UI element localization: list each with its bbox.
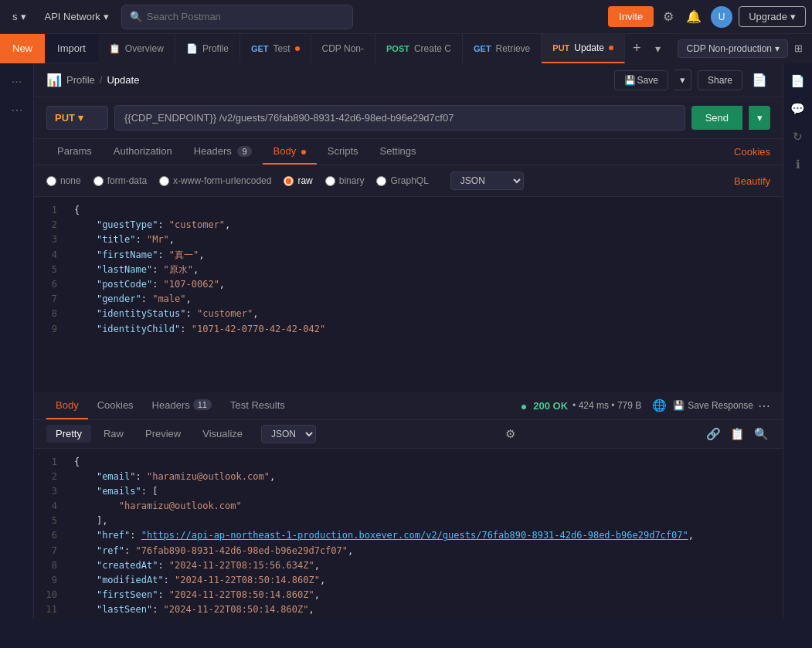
share-button[interactable]: Share — [698, 70, 742, 90]
left-sidebar: ··· ⋯ — [0, 63, 34, 619]
settings-button[interactable]: ⚙ — [660, 6, 677, 27]
tab-retrieve[interactable]: GET Retrieve — [463, 34, 542, 63]
response-format-select[interactable]: JSON Text — [261, 425, 316, 443]
option-urlencoded[interactable]: x-www-form-urlencoded — [159, 175, 271, 186]
save-icon: 💾 — [624, 75, 636, 86]
url-bar: PUT ▾ Send ▾ — [34, 97, 783, 139]
option-raw[interactable]: raw — [284, 175, 312, 186]
workspace-label: s — [12, 11, 18, 22]
tab-overview[interactable]: 📋 Overview — [98, 34, 175, 63]
tab-cdp-non[interactable]: CDP Non- — [311, 34, 375, 63]
code-line: "title": "Mr", — [65, 232, 783, 247]
res-tab-headers[interactable]: Headers 11 — [143, 392, 221, 420]
search-icon[interactable]: 🔍 — [753, 426, 770, 443]
right-icon-doc[interactable]: 📄 — [787, 70, 810, 93]
code-line: "postCode": "107-0062", — [65, 277, 783, 292]
tab-profile[interactable]: 📄 Profile — [175, 34, 240, 63]
tab-authorization[interactable]: Authorization — [103, 139, 183, 165]
tab-test[interactable]: GET Test — [240, 34, 311, 63]
notifications-button[interactable]: 🔔 — [683, 6, 705, 27]
tab-update[interactable]: PUT Update — [542, 34, 625, 63]
tab-body[interactable]: Body — [263, 139, 317, 165]
format-tab-visualize[interactable]: Visualize — [193, 425, 252, 443]
right-sidebar: 📄 💬 ↻ ℹ — [783, 63, 812, 619]
body-format-select[interactable]: JSON Text JavaScript HTML XML — [450, 171, 524, 190]
option-form-data[interactable]: form-data — [93, 175, 147, 186]
right-icon-info[interactable]: ℹ — [787, 153, 810, 176]
env-selector[interactable]: CDP Non-production ▾ — [678, 39, 788, 58]
sidebar-icon-dots: ··· — [5, 70, 29, 94]
tab-label: Update — [574, 42, 604, 53]
dot-sep2: • — [611, 400, 614, 411]
send-dropdown-button[interactable]: ▾ — [749, 106, 770, 130]
format-tab-preview[interactable]: Preview — [136, 425, 190, 443]
cookies-button[interactable]: Cookies — [734, 146, 770, 158]
more-tabs-button[interactable]: ▾ — [649, 42, 667, 55]
response-line-numbers: 12345 678910 1112131415 16171819 — [34, 449, 65, 619]
breadcrumb-separator: / — [100, 74, 103, 86]
option-graphql[interactable]: GraphQL — [376, 175, 428, 186]
add-tab-button[interactable]: + — [625, 40, 649, 56]
code-line: { — [65, 203, 783, 218]
method-selector[interactable]: PUT ▾ — [46, 106, 108, 130]
breadcrumb-icon: 📊 — [46, 73, 62, 87]
copy-icon[interactable]: 📋 — [729, 426, 746, 443]
res-tab-body[interactable]: Body — [46, 392, 88, 420]
tab-scripts[interactable]: Scripts — [317, 139, 369, 165]
status-dot — [522, 405, 526, 409]
workspace-section: s ▾ API Network ▾ — [6, 8, 115, 25]
format-right-icons: ⚙ — [504, 426, 517, 443]
network-icon[interactable]: 🌐 — [651, 397, 668, 414]
more-options-button[interactable]: 📄 — [749, 70, 770, 90]
right-icon-chat[interactable]: 💬 — [787, 97, 810, 120]
tab-settings[interactable]: Settings — [369, 139, 427, 165]
send-button[interactable]: Send — [691, 106, 742, 130]
new-button[interactable]: New — [0, 34, 45, 63]
option-none[interactable]: none — [46, 175, 81, 186]
link-icon[interactable]: 🔗 — [705, 426, 722, 443]
format-tab-raw[interactable]: Raw — [94, 425, 133, 443]
beautify-button[interactable]: Beautify — [734, 175, 770, 187]
workspace-button[interactable]: s ▾ — [6, 8, 32, 25]
tab-headers[interactable]: Headers 9 — [183, 139, 263, 165]
api-network-button[interactable]: API Network ▾ — [39, 8, 115, 25]
tab-label: Profile — [202, 43, 229, 54]
breadcrumb: 📊 Profile / Update 💾 Save ▾ Share 📄 — [34, 63, 783, 97]
search-bar[interactable]: 🔍 — [121, 5, 353, 29]
code-line: "guestType": "customer", — [65, 218, 783, 232]
invite-button[interactable]: Invite — [608, 6, 654, 27]
search-icon: 🔍 — [130, 11, 142, 22]
option-binary[interactable]: binary — [325, 175, 365, 186]
upgrade-button[interactable]: Upgrade ▾ — [739, 6, 806, 27]
unsaved-dot — [609, 46, 613, 50]
right-icon-refresh[interactable]: ↻ — [787, 125, 810, 148]
res-code-line: "lastSeen": "2024-11-22T08:50:14.860Z", — [65, 602, 783, 617]
method-label: GET — [474, 44, 491, 53]
res-code-line: "modifiedAt": "2024-11-22T08:50:14.860Z"… — [65, 573, 783, 588]
save-response-button[interactable]: 💾 Save Response — [673, 400, 753, 411]
tabs-bar: 📋 Overview 📄 Profile GET Test CDP Non- P… — [98, 34, 812, 63]
res-tab-test-results[interactable]: Test Results — [221, 392, 294, 420]
import-button[interactable]: Import — [45, 34, 98, 63]
sidebar-icon-more[interactable]: ⋯ — [5, 97, 29, 122]
url-input[interactable] — [114, 105, 685, 131]
avatar[interactable]: U — [711, 6, 732, 28]
request-code-content[interactable]: { "guestType": "customer", "title": "Mr"… — [65, 197, 783, 343]
body-options: none form-data x-www-form-urlencoded raw — [34, 165, 783, 197]
code-line: "identityStatus": "customer", — [65, 307, 783, 321]
response-more-button[interactable]: ⋯ — [758, 399, 770, 413]
breadcrumb-parent[interactable]: Profile — [66, 74, 95, 86]
request-code-editor: 1234 56789 { "guestType": "customer", "t… — [34, 197, 783, 392]
format-tab-pretty[interactable]: Pretty — [46, 425, 91, 443]
search-input[interactable] — [147, 11, 345, 22]
tab-create[interactable]: POST Create C — [375, 34, 463, 63]
grid-view-button[interactable]: ⊞ — [791, 39, 806, 57]
save-button[interactable]: 💾 Save — [614, 70, 668, 90]
filter-icon[interactable]: ⚙ — [504, 426, 517, 443]
tab-params[interactable]: Params — [46, 139, 103, 165]
response-format-bar: Pretty Raw Preview Visualize JSON Text ⚙… — [34, 420, 783, 449]
response-top-bar: Body Cookies Headers 11 Test Results 200… — [34, 392, 783, 420]
response-code-content[interactable]: { "email": "haramizu@outlook.com", "emai… — [65, 449, 783, 619]
save-dropdown-button[interactable]: ▾ — [674, 70, 691, 90]
res-tab-cookies[interactable]: Cookies — [88, 392, 143, 420]
